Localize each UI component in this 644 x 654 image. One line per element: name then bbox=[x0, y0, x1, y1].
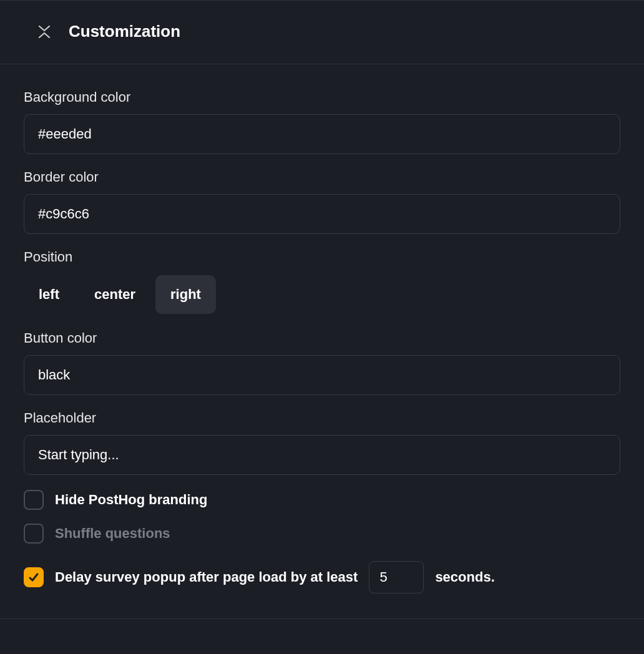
background-color-label: Background color bbox=[24, 89, 620, 105]
background-color-input[interactable] bbox=[24, 114, 620, 154]
hide-branding-label: Hide PostHog branding bbox=[55, 492, 207, 508]
shuffle-questions-row: Shuffle questions bbox=[24, 524, 620, 544]
border-color-field: Border color bbox=[24, 169, 620, 234]
border-color-input[interactable] bbox=[24, 194, 620, 234]
delay-popup-prefix: Delay survey popup after page load by at… bbox=[55, 569, 358, 585]
placeholder-input[interactable] bbox=[24, 435, 620, 475]
hide-branding-checkbox[interactable] bbox=[24, 490, 44, 510]
delay-popup-suffix: seconds. bbox=[435, 569, 494, 585]
hide-branding-row: Hide PostHog branding bbox=[24, 490, 620, 510]
border-color-label: Border color bbox=[24, 169, 620, 185]
position-segmented: left center right bbox=[24, 274, 216, 315]
background-color-field: Background color bbox=[24, 89, 620, 154]
position-option-left[interactable]: left bbox=[24, 275, 74, 314]
position-label: Position bbox=[24, 249, 620, 265]
button-color-label: Button color bbox=[24, 330, 620, 346]
placeholder-label: Placeholder bbox=[24, 410, 620, 426]
position-field: Position left center right bbox=[24, 249, 620, 315]
shuffle-questions-label: Shuffle questions bbox=[55, 525, 170, 542]
collapse-icon bbox=[37, 26, 51, 38]
position-option-right[interactable]: right bbox=[155, 275, 216, 314]
customization-panel: Customization Background color Border co… bbox=[0, 0, 644, 619]
button-color-field: Button color bbox=[24, 330, 620, 395]
panel-title: Customization bbox=[69, 22, 180, 41]
position-option-center[interactable]: center bbox=[79, 275, 150, 314]
placeholder-field: Placeholder bbox=[24, 410, 620, 475]
button-color-input[interactable] bbox=[24, 355, 620, 395]
delay-seconds-input[interactable] bbox=[369, 561, 424, 593]
panel-header[interactable]: Customization bbox=[0, 1, 644, 64]
panel-body: Background color Border color Position l… bbox=[0, 64, 644, 618]
delay-popup-row: Delay survey popup after page load by at… bbox=[24, 561, 620, 593]
delay-popup-checkbox[interactable] bbox=[24, 567, 44, 587]
shuffle-questions-checkbox[interactable] bbox=[24, 524, 44, 544]
